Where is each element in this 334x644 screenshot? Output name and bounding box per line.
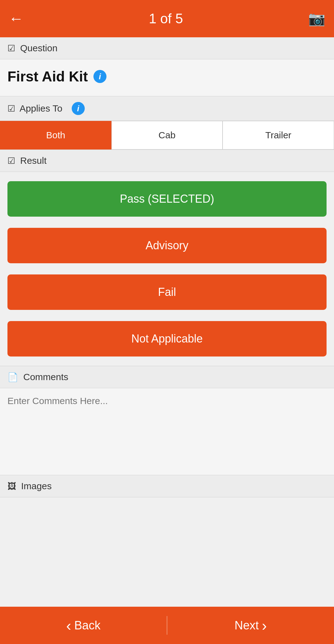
- toggle-both[interactable]: Both: [0, 121, 111, 150]
- header-title: 1 of 5: [149, 11, 183, 26]
- toggle-cab[interactable]: Cab: [111, 121, 223, 150]
- result-check-icon: ☑: [7, 156, 15, 166]
- next-nav-label: Next: [234, 619, 259, 632]
- applies-to-toggle-group: Both Cab Trailer: [0, 121, 334, 150]
- question-title: First Aid Kit i: [7, 68, 327, 85]
- images-label-text: Images: [21, 481, 52, 491]
- bottom-navigation: ‹ Back Next ›: [0, 607, 334, 644]
- result-label-text: Result: [20, 155, 47, 166]
- fail-button[interactable]: Fail: [7, 274, 327, 310]
- applies-to-info-icon[interactable]: i: [72, 102, 85, 115]
- comments-doc-icon: 📄: [7, 372, 18, 382]
- question-title-area: First Aid Kit i: [0, 59, 334, 96]
- result-buttons-area: Pass (SELECTED) Advisory Fail Not Applic…: [0, 172, 334, 366]
- comments-section-label: 📄 Comments: [0, 366, 334, 388]
- question-label-text: Question: [20, 43, 57, 53]
- applies-to-check-icon: ☑: [7, 104, 15, 114]
- not-applicable-button[interactable]: Not Applicable: [7, 321, 327, 356]
- question-check-icon: ☑: [7, 43, 15, 53]
- images-section-label: 🖼 Images: [0, 475, 334, 497]
- toggle-trailer[interactable]: Trailer: [223, 121, 334, 150]
- header: ← 1 of 5 📷: [0, 0, 334, 37]
- images-icon: 🖼: [7, 481, 16, 491]
- back-button[interactable]: ←: [9, 11, 24, 26]
- next-nav-button[interactable]: Next ›: [167, 607, 334, 644]
- question-section-label: ☑ Question: [0, 37, 334, 59]
- back-nav-label: Back: [74, 619, 100, 632]
- camera-icon[interactable]: 📷: [308, 11, 325, 27]
- spacer: [0, 497, 334, 607]
- back-nav-button[interactable]: ‹ Back: [0, 607, 167, 644]
- pass-button[interactable]: Pass (SELECTED): [7, 181, 327, 217]
- next-arrow-icon: ›: [262, 617, 267, 634]
- applies-to-section-label: ☑ Applies To i: [0, 96, 334, 121]
- comments-area: [0, 388, 334, 475]
- question-title-text: First Aid Kit: [7, 68, 88, 85]
- back-arrow-icon: ‹: [66, 617, 71, 634]
- result-section-label: ☑ Result: [0, 150, 334, 172]
- question-info-icon[interactable]: i: [93, 70, 106, 83]
- comments-input[interactable]: [7, 396, 327, 458]
- advisory-button[interactable]: Advisory: [7, 228, 327, 263]
- applies-to-label-text: Applies To: [20, 103, 62, 114]
- comments-label-text: Comments: [23, 372, 68, 382]
